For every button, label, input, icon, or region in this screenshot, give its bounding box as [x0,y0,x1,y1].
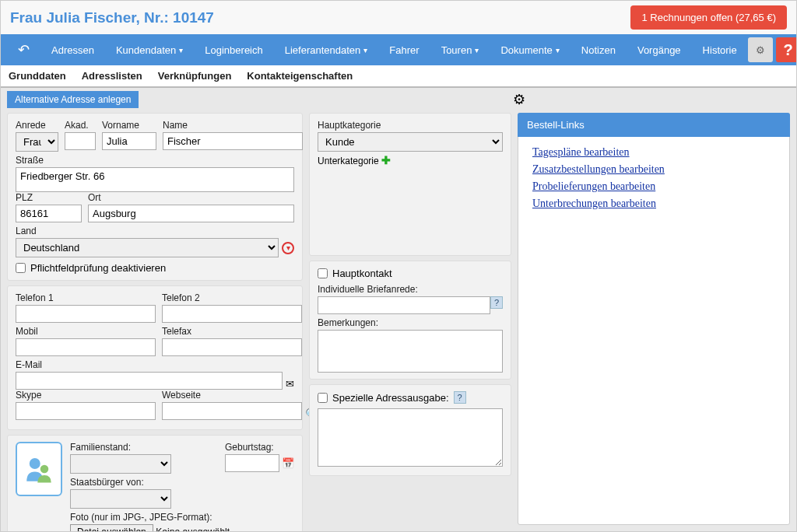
back-icon[interactable]: ↶ [7,41,40,58]
special-output-label: Spezielle Adressausgabe: [332,392,449,404]
gear-icon[interactable]: ⚙ [513,92,525,107]
link-zusatzbestellungen[interactable]: Zusatzbestellungen bearbeiten [532,163,775,176]
nav-dokumente[interactable]: Dokumente▾ [490,34,570,65]
nav-loginbereich[interactable]: Loginbereich [194,34,273,65]
disable-validation-label: Pflichtfeldprüfung deaktivieren [30,262,166,274]
city-input[interactable] [88,205,294,222]
link-tagesplaene[interactable]: Tagespläne bearbeiten [532,146,775,159]
help-icon[interactable]: ? [776,37,797,62]
gear-icon[interactable]: ⚙ [748,37,773,62]
plus-icon[interactable]: ✚ [381,154,391,166]
chevron-down-icon: ▾ [475,46,479,54]
phone1-label: Telefon 1 [16,292,156,303]
fax-input[interactable] [162,338,302,356]
country-select[interactable]: Deutschland [16,238,279,257]
indiv-salutation-label: Individuelle Briefanrede: [318,284,503,295]
chevron-down-icon: ▾ [363,46,367,54]
avatar [16,442,62,496]
email-input[interactable] [16,372,283,390]
main-category-label: Hauptkategorie [318,120,503,131]
remarks-label: Bemerkungen: [318,317,503,328]
firstname-input[interactable] [102,132,156,150]
zip-label: PLZ [16,192,82,203]
nav-kundendaten[interactable]: Kundendaten▾ [105,34,194,65]
alt-address-button[interactable]: Alternative Adresse anlegen [7,91,139,108]
main-category-select[interactable]: Kunde [318,132,503,152]
mobile-label: Mobil [16,326,156,337]
salutation-label: Anrede [16,120,58,131]
nav-historie[interactable]: Historie [692,34,748,65]
tab-grunddaten[interactable]: Grunddaten [9,70,66,82]
page-title: Frau Julia Fischer, Nr.: 10147 [10,9,214,26]
mobile-input[interactable] [16,338,156,356]
link-probelieferungen[interactable]: Probelieferungen bearbeiten [532,180,775,193]
help-icon[interactable]: ? [490,296,503,309]
akad-input[interactable] [65,132,96,150]
address-panel: Anrede Frau Akad. Vorname Name [7,113,303,281]
personal-panel: Familienstand: Geburtstag: 📅 [7,435,303,532]
chevron-down-icon: ▾ [556,46,560,54]
category-panel: Hauptkategorie Kunde Unterkategorie ✚ [309,113,511,256]
website-label: Webseite [162,390,318,401]
phone1-input[interactable] [16,305,156,323]
street-label: Straße [16,155,294,166]
order-links-title: Bestell-Links [518,113,790,137]
tab-adresslisten[interactable]: Adresslisten [82,70,142,82]
svg-point-1 [40,465,49,474]
nav-notizen[interactable]: Notizen [571,34,627,65]
sub-category-label: Unterkategorie [318,156,379,166]
akad-label: Akad. [65,120,96,131]
warning-icon[interactable]: ▾ [282,242,294,254]
main-nav: ↶ Adressen Kundendaten▾ Loginbereich Lie… [1,34,796,65]
marital-label: Familienstand: [70,442,219,453]
calendar-icon[interactable]: 📅 [282,457,294,469]
special-output-textarea[interactable] [318,408,503,467]
nav-touren[interactable]: Touren▾ [430,34,490,65]
svg-point-0 [30,458,40,469]
remarks-textarea[interactable] [318,330,503,373]
skype-input[interactable] [16,402,156,420]
zip-input[interactable] [16,205,82,222]
email-label: E-Mail [16,359,294,370]
contact-panel: Telefon 1 Telefon 2 Mobil Telefax E-Mail… [7,285,303,430]
citizen-label: Staatsbürger von: [70,477,294,488]
name-input[interactable] [163,132,303,150]
chevron-down-icon: ▾ [179,46,183,54]
tab-verknuepfungen[interactable]: Verknüpfungen [158,70,232,82]
nav-lieferantendaten[interactable]: Lieferantendaten▾ [274,34,379,65]
name-label: Name [163,120,303,131]
open-invoices-button[interactable]: 1 Rechnungen offen (27,65 €) [630,5,787,30]
indiv-salutation-input[interactable] [318,296,490,314]
file-choose-button[interactable]: Datei auswählen [70,524,153,532]
fax-label: Telefax [162,326,302,337]
file-none-text: Keine ausgewählt [156,527,230,532]
mail-icon[interactable]: ✉ [286,378,294,390]
marital-select[interactable] [70,454,171,474]
special-output-checkbox[interactable] [318,393,328,403]
city-label: Ort [88,192,294,203]
main-contact-checkbox[interactable] [318,268,328,278]
nav-vorgaenge[interactable]: Vorgänge [627,34,692,65]
street-input[interactable]: Friedberger Str. 66 [16,167,294,192]
sub-nav: Grunddaten Adresslisten Verknüpfungen Ko… [1,65,796,88]
country-label: Land [16,226,294,236]
birthday-input[interactable] [225,454,279,472]
nav-fahrer[interactable]: Fahrer [378,34,430,65]
website-input[interactable] [162,402,302,420]
photo-label: Foto (nur im JPG-, JPEG-Format): [70,512,294,523]
firstname-label: Vorname [102,120,156,131]
order-links-panel: Bestell-Links Tagespläne bearbeiten Zusa… [518,113,790,525]
citizen-select[interactable] [70,489,171,509]
main-contact-label: Hauptkontakt [332,268,392,279]
help-icon[interactable]: ? [454,391,466,404]
phone2-input[interactable] [162,305,302,323]
special-output-panel: Spezielle Adressausgabe: ? [309,384,511,476]
tab-kontakteigenschaften[interactable]: Kontakteigenschaften [247,70,353,82]
disable-validation-checkbox[interactable] [16,263,26,273]
nav-adressen[interactable]: Adressen [40,34,105,65]
skype-label: Skype [16,390,156,401]
salutation-select[interactable]: Frau [16,132,58,152]
link-unterbrechungen[interactable]: Unterbrechungen bearbeiten [532,198,775,210]
phone2-label: Telefon 2 [162,292,302,303]
main-contact-panel: Hauptkontakt Individuelle Briefanrede: ?… [309,261,511,380]
